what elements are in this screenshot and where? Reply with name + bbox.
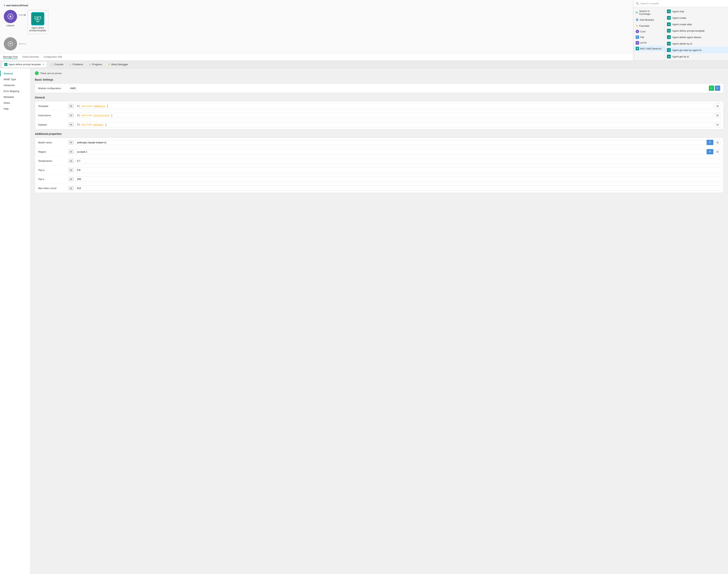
tab-console-label: Console [54,63,63,66]
cat-http[interactable]: H HTTP [633,40,665,46]
palette-item-agent-define-prompt[interactable]: ⚙ Agent define prompt template [665,28,728,34]
temperature-row: Temperature: fx [35,157,723,166]
model-name-fx-btn[interactable]: fx [69,140,74,145]
max-token-fx-btn[interactable]: fx [69,186,74,191]
instructions-row: Instructions: fx #[ payload.instruction … [35,111,723,120]
nav-general[interactable]: General [0,71,30,76]
cat-core[interactable]: C Core [633,29,665,34]
cat-file[interactable]: F File [633,34,665,40]
agent-define-label: Agent defineprompt template [30,27,46,32]
tab-close-agent-define[interactable]: ✕ [42,63,44,66]
nav-notes[interactable]: Notes [0,100,30,106]
tab-progress[interactable]: ↺ Progress [86,62,105,67]
palette-item-agent-get-alias[interactable]: ⚙ Agent get alias by agent id [665,47,728,53]
palette-item-icon-agent-delete-by-id: ⚙ [667,42,671,45]
tab-console[interactable]: ⬜ Console [48,62,66,67]
instructions-map-btn[interactable]: ⊞ [715,113,720,118]
basic-settings-section: Module configuration: AWS + ✏ [35,83,723,93]
svg-point-7 [35,18,36,19]
max-token-label: Max token count: [38,187,69,190]
top-k-fx-btn[interactable]: fx [69,177,74,181]
cat-exchange[interactable]: ⟳ Search in Exchange.. [633,8,665,16]
region-fx-btn[interactable]: fx [69,150,74,154]
cat-core-label: Core [640,30,646,33]
model-name-map-btn[interactable]: ⊞ [715,140,720,145]
module-config-edit-btn[interactable]: ✏ [715,85,720,91]
temperature-input[interactable] [75,158,720,163]
palette-item-agent-get-by-name[interactable]: ⚙ Agent get by name [665,60,728,60]
region-label: Region: [38,150,69,153]
nav-help[interactable]: Help [0,106,30,112]
template-fx-btn[interactable]: fx [69,104,74,108]
listener-node[interactable]: Listener [4,10,17,27]
template-field: fx #[ payload.template ] ⊞ [69,104,720,109]
svg-point-1 [10,16,11,17]
temperature-fx-btn[interactable]: fx [69,159,74,163]
palette-item-agent-create-alias[interactable]: ⚙ Agent create alias [665,21,728,28]
module-config-add-btn[interactable]: + [709,85,714,91]
instructions-expr-keyword: payload [81,114,92,117]
tab-problems[interactable]: ⚠ Problems [67,62,86,67]
tab-global-elements[interactable]: Global Elements [22,55,39,59]
cat-add-modules[interactable]: ⊕ Add Modules [633,16,665,23]
cat-exchange-label: Search in Exchange.. [639,10,662,15]
palette-item-label-agent-create: Agent create [672,16,686,19]
add-modules-icon: ⊕ [636,17,639,22]
instructions-expr-prop: instruction [93,114,110,117]
model-name-input[interactable] [75,140,706,145]
dataset-field: fx #[ payload.dataset ] ⊞ [69,122,720,127]
debugger-icon: ⚙ [108,63,110,66]
tab-config-xml[interactable]: Configuration XML [43,55,62,59]
top-p-fx-btn[interactable]: fx [69,168,74,172]
palette-item-agent-delete-aliases[interactable]: ⚙ Agent delete agent aliases [665,34,728,40]
palette-item-agent-get-by-id[interactable]: ⚙ Agent get by id [665,53,728,60]
search-input[interactable] [640,2,726,5]
palette-content: ⟳ Search in Exchange.. ⊕ Add Modules ★ F… [633,7,728,60]
nav-error-mapping[interactable]: Error Mapping [0,88,30,94]
template-map-btn[interactable]: ⊞ [715,104,720,109]
template-row: Template: fx #[ payload.template ] ⊞ [35,101,723,111]
palette-item-agent-chat[interactable]: ⚙ Agent chat [665,8,728,14]
region-input-wrapper: ▼ [75,149,714,154]
tab-agent-define[interactable]: ⚙ Agent define prompt template ✕ [2,62,47,67]
template-input[interactable]: #[ payload.template ] [75,104,714,109]
model-name-dropdown-btn[interactable]: ▼ [706,140,714,145]
nav-mime-type[interactable]: MIME Type [0,76,30,82]
nav-metadata[interactable]: Metadata [0,94,30,100]
cat-mac-aws[interactable]: ⚙ MAC AWS Bedrock [633,46,665,51]
palette-item-agent-create[interactable]: ⚙ Agent create [665,14,728,21]
module-config-select[interactable]: AWS [69,86,78,91]
instructions-input[interactable]: #[ payload.instruction ] [75,113,714,118]
dataset-map-btn[interactable]: ⊞ [715,122,720,127]
cat-favorites[interactable]: ★ Favorites [633,23,665,29]
dataset-input[interactable]: #[ payload.dataset ] [75,122,714,127]
palette-item-icon-agent-get-alias: ⚙ [667,48,671,52]
core-icon: C [636,30,639,33]
region-dropdown-btn[interactable]: ▼ [706,149,714,154]
dataset-fx-btn[interactable]: fx [69,122,74,127]
palette-item-icon-agent-delete-aliases: ⚙ [667,35,671,39]
additional-props-section: Model name: fx ▼ ⊞ Region: fx [35,138,723,193]
top-k-input[interactable] [75,176,720,182]
agent-define-node[interactable]: Agent defineprompt template [30,12,46,32]
instructions-fx-btn[interactable]: fx [69,113,74,118]
cat-favorites-label: Favorites [639,25,649,27]
tab-mule-debugger[interactable]: ⚙ Mule Debugger [105,62,131,67]
max-token-field: fx [69,186,720,191]
palette-item-label-agent-delete-by-id: Agent delete by id [672,42,692,45]
palette-item-label-agent-chat: Agent chat [672,10,684,13]
collapse-icon[interactable]: ▾ [4,4,5,7]
dataset-expr-prop: dataset [93,123,104,126]
palette-item-agent-delete-by-id[interactable]: ⚙ Agent delete by id [665,40,728,47]
region-input[interactable] [75,149,706,154]
status-text: There are no errors. [40,72,62,75]
palette-categories: ⟳ Search in Exchange.. ⊕ Add Modules ★ F… [633,7,665,60]
top-p-input[interactable] [75,167,720,172]
flow-title: ▾ aws-bedrockFlow1 [4,4,629,7]
region-map-btn[interactable]: ⊞ [715,149,720,154]
palette-items-list: ⚙ Agent chat ⚙ Agent create ⚙ Agent crea… [665,7,728,60]
max-token-input[interactable] [75,186,720,191]
top-p-label: Top p: [38,169,69,171]
nav-advanced[interactable]: Advanced [0,82,30,88]
tab-message-flow[interactable]: Message Flow [3,55,17,59]
